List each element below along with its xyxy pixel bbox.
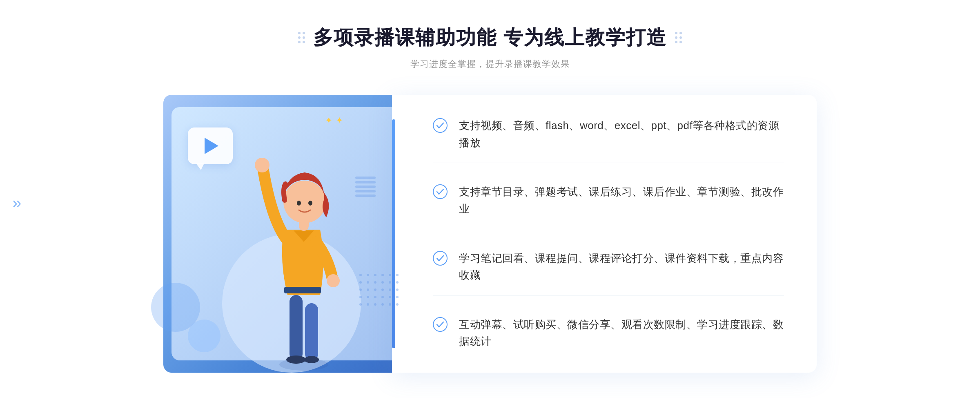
illus-dot — [396, 296, 399, 298]
check-icon-2 — [433, 184, 448, 199]
star-1: ✦ — [325, 115, 332, 126]
svg-point-15 — [433, 318, 447, 331]
check-icon-4 — [433, 317, 448, 332]
illus-dot — [389, 274, 391, 276]
svg-point-10 — [308, 201, 312, 206]
illus-dot — [374, 303, 376, 306]
svg-point-6 — [327, 274, 340, 287]
feature-item-1: 支持视频、音频、flash、word、excel、ppt、pdf等各种格式的资源… — [433, 117, 784, 163]
feature-text-3: 学习笔记回看、课程提问、课程评论打分、课件资料下载，重点内容收藏 — [459, 250, 784, 284]
feature-item-2: 支持章节目录、弹题考试、课后练习、课后作业、章节测验、批改作业 — [433, 172, 784, 229]
illustration-panel: ✦ ✦ — [163, 95, 392, 373]
illus-dot — [389, 288, 391, 291]
content-area: ✦ ✦ — [163, 95, 817, 373]
page-container: 多项录播课辅助功能 专为线上教学打造 学习进度全掌握，提升录播课教学效果 ✦ — [0, 0, 980, 398]
svg-rect-11 — [284, 287, 321, 293]
svg-point-4 — [304, 356, 319, 363]
figure-illustration — [238, 136, 369, 373]
main-title: 多项录播课辅助功能 专为线上教学打造 — [313, 25, 666, 51]
feature-text-4: 互动弹幕、试听购买、微信分享、观看次数限制、学习进度跟踪、数据统计 — [459, 316, 784, 350]
title-dots-left — [298, 32, 305, 43]
illus-dot — [374, 288, 376, 291]
feature-item-3: 学习笔记回看、课程提问、课程评论打分、课件资料下载，重点内容收藏 — [433, 239, 784, 296]
svg-point-3 — [286, 356, 306, 364]
subtitle: 学习进度全掌握，提升录播课教学效果 — [298, 58, 682, 70]
illus-dot — [374, 274, 376, 276]
illus-dot — [381, 296, 384, 298]
illus-dot — [396, 303, 399, 306]
deco-circle-2 — [188, 320, 220, 352]
feature-text-2: 支持章节目录、弹题考试、课后练习、课后作业、章节测验、批改作业 — [459, 183, 784, 217]
svg-point-9 — [297, 201, 301, 206]
illus-dot — [396, 274, 399, 276]
illus-dot — [396, 288, 399, 291]
illus-dot — [381, 274, 384, 276]
svg-point-14 — [433, 251, 447, 265]
illus-dot — [389, 296, 391, 298]
illus-dot — [381, 281, 384, 284]
check-icon-3 — [433, 251, 448, 266]
illus-dot — [374, 281, 376, 284]
svg-point-8 — [283, 181, 326, 223]
play-icon — [205, 138, 218, 154]
star-decoration: ✦ ✦ — [325, 115, 343, 126]
illus-dot — [381, 303, 384, 306]
title-row: 多项录播课辅助功能 专为线上教学打造 — [298, 25, 682, 51]
header-section: 多项录播课辅助功能 专为线上教学打造 学习进度全掌握，提升录播课教学效果 — [298, 25, 682, 70]
svg-rect-2 — [305, 303, 318, 360]
svg-point-13 — [433, 185, 447, 199]
svg-point-12 — [433, 119, 447, 132]
illus-dot — [389, 281, 391, 284]
feature-item-4: 互动弹幕、试听购买、微信分享、观看次数限制、学习进度跟踪、数据统计 — [433, 305, 784, 350]
feature-text-1: 支持视频、音频、flash、word、excel、ppt、pdf等各种格式的资源… — [459, 117, 784, 151]
star-2: ✦ — [336, 115, 343, 126]
check-icon-1 — [433, 118, 448, 133]
play-bubble-inner — [188, 127, 233, 164]
illus-dot — [381, 288, 384, 291]
illus-dot — [389, 303, 391, 306]
illus-dot — [396, 281, 399, 284]
svg-rect-1 — [290, 295, 303, 360]
title-dots-right — [675, 32, 682, 43]
illus-dot — [374, 296, 376, 298]
svg-point-5 — [255, 158, 270, 172]
features-panel: 支持视频、音频、flash、word、excel、ppt、pdf等各种格式的资源… — [392, 95, 817, 373]
chevron-left-icon[interactable]: » — [12, 194, 21, 212]
play-bubble — [188, 127, 233, 164]
